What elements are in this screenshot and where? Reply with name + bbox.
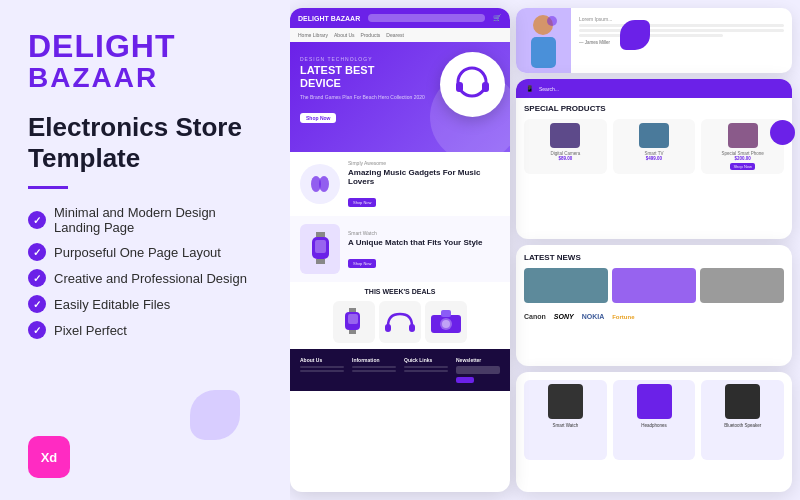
svg-rect-12	[349, 330, 356, 334]
footer-col-2: Information	[352, 357, 396, 383]
left-panel: DELIGHT BAZAAR Electronics Store Templat…	[0, 0, 290, 500]
check-icon	[28, 295, 46, 313]
main-content: DELIGHT BAZAAR 🛒 Home Library About Us P…	[290, 0, 800, 500]
features-list: Minimal and Modern Design Landing Page P…	[28, 205, 262, 339]
svg-rect-13	[385, 324, 391, 332]
svg-rect-14	[409, 324, 415, 332]
watch-section: Smart Watch A Unique Match that Fits You…	[290, 216, 510, 282]
acc-watch-img	[548, 384, 583, 419]
acc-speaker-img	[725, 384, 760, 419]
tv-image	[639, 123, 669, 148]
footer-col-newsletter: Newsletter	[456, 357, 500, 383]
svg-rect-1	[456, 82, 463, 92]
svg-rect-7	[315, 240, 326, 253]
news-title: LATEST NEWS	[524, 253, 784, 262]
deal-item-headphones	[379, 301, 421, 343]
deal-item-watch	[333, 301, 375, 343]
person-content: Lorem Ipsum... — James Miller	[571, 8, 792, 73]
deals-section: THIS WEEK'S DEALS	[290, 282, 510, 349]
earbuds-shop-btn: Shop Now	[348, 198, 376, 207]
earbuds-image	[300, 164, 340, 204]
acc-watch-label: Smart Watch	[552, 423, 578, 428]
purple-blob-right	[770, 120, 795, 145]
brand-name-delight: DELIGHT	[28, 30, 262, 62]
watch-shop-btn: Shop Now	[348, 259, 376, 268]
right-panel: Lorem Ipsum... — James Miller 📱 Search..…	[516, 8, 792, 492]
list-item: Minimal and Modern Design Landing Page	[28, 205, 262, 235]
sony-logo: SONY	[554, 313, 574, 320]
svg-rect-11	[348, 314, 358, 324]
canon-logo: Canon	[524, 313, 546, 320]
acc-headphones-label: Headphones	[641, 423, 667, 428]
deals-items	[300, 301, 500, 343]
nav-item: About Us	[334, 32, 355, 38]
product-category: Electronics Store	[28, 112, 242, 142]
latest-news-mockup: LATEST NEWS Canon SONY NOKIA Fortune	[516, 245, 792, 366]
special-products-title: SPECIAL PRODUCTS	[524, 104, 784, 113]
svg-rect-5	[316, 232, 325, 237]
acc-headphones-img	[637, 384, 672, 419]
person-subtitle: Lorem Ipsum...	[579, 16, 784, 22]
svg-rect-18	[441, 310, 451, 317]
hero-cta-button: Shop Now	[300, 113, 336, 123]
earbuds-title: Amazing Music Gadgets For Music Lovers	[348, 168, 500, 186]
shop-now-btn: Shop Now	[730, 163, 754, 170]
acc-headphones: Headphones	[613, 380, 696, 460]
person-avatar	[516, 8, 571, 73]
decorative-blob	[190, 390, 240, 440]
product-title: Electronics Store Template	[28, 112, 262, 174]
adobe-xd-badge: Xd	[28, 436, 70, 478]
brand-name-bazaar: BAZAAR	[28, 62, 262, 94]
list-item: Purposeful One Page Layout	[28, 243, 262, 261]
list-item: Easily Editable Files	[28, 295, 262, 313]
check-icon	[28, 211, 46, 229]
news-item-2	[612, 268, 696, 303]
newsletter-submit	[456, 377, 474, 383]
sp-item-tv: Smart TV $499.00	[613, 119, 696, 174]
headphones-svg	[450, 62, 495, 107]
phone-price: $200.00	[735, 156, 751, 161]
footer-col-1: About Us	[300, 357, 344, 383]
feature-text: Purposeful One Page Layout	[54, 245, 221, 260]
svg-rect-9	[349, 308, 356, 312]
feature-text: Pixel Perfect	[54, 323, 127, 338]
acc-speaker: Bluetooth Speaker	[701, 380, 784, 460]
mockup-search-bar	[368, 14, 485, 22]
newsletter-input	[456, 366, 500, 374]
feature-text: Creative and Professional Design	[54, 271, 247, 286]
mockup-navbar: DELIGHT BAZAAR 🛒	[290, 8, 510, 28]
svg-point-17	[442, 320, 450, 328]
special-products-header: 📱 Search...	[516, 79, 792, 98]
news-item-3	[700, 268, 784, 303]
svg-rect-2	[482, 82, 489, 92]
mockup-hero-section: Design Technology LATEST BEST DEVICE The…	[290, 42, 510, 152]
news-grid	[524, 268, 784, 303]
watch-label: Smart Watch	[348, 230, 483, 236]
special-products-grid: Digital Camera $89.00 Smart TV $499.00 S…	[524, 119, 784, 174]
top-person-mockup: Lorem Ipsum... — James Miller	[516, 8, 792, 73]
brand-title: DELIGHT BAZAAR	[28, 30, 262, 94]
nav-item: Home Library	[298, 32, 328, 38]
list-item: Pixel Perfect	[28, 321, 262, 339]
svg-point-4	[319, 176, 329, 192]
title-divider	[28, 186, 68, 189]
header-search: Search...	[539, 86, 559, 92]
accessories-grid: Smart Watch Headphones Bluetooth Speaker	[524, 380, 784, 460]
mockup-logo: DELIGHT BAZAAR	[298, 15, 360, 22]
tv-price: $499.00	[646, 156, 662, 161]
svg-rect-8	[316, 259, 325, 264]
headphones-product-image	[440, 52, 505, 117]
acc-watch: Smart Watch	[524, 380, 607, 460]
watch-info: Smart Watch A Unique Match that Fits You…	[348, 230, 483, 269]
special-products-mockup: 📱 Search... SPECIAL PRODUCTS Digital Cam…	[516, 79, 792, 239]
purple-blob-top	[620, 20, 650, 50]
footer-col-3: Quick Links	[404, 357, 448, 383]
news-item-1	[524, 268, 608, 303]
list-item: Creative and Professional Design	[28, 269, 262, 287]
sp-item-camera: Digital Camera $89.00	[524, 119, 607, 174]
cart-icon: 🛒	[493, 14, 502, 22]
fortune-logo: Fortune	[612, 314, 634, 320]
mockup-navigation: Home Library About Us Products Dearest	[290, 28, 510, 42]
svg-rect-20	[531, 37, 556, 68]
product-template-label: Template	[28, 143, 140, 173]
